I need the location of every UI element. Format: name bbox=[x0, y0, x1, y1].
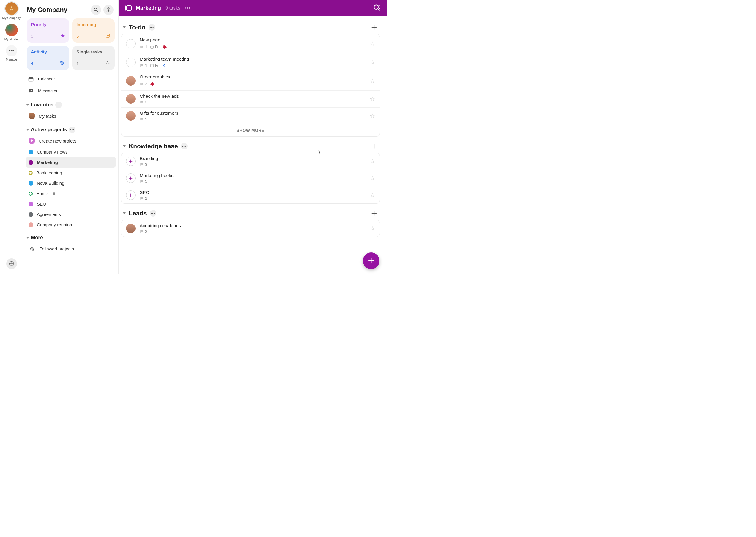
group-menu-button[interactable]: ••• bbox=[149, 24, 155, 31]
card-incoming-count: 5 bbox=[76, 34, 79, 39]
star-toggle[interactable]: ☆ bbox=[370, 225, 375, 232]
dots-triangle-icon bbox=[105, 60, 111, 66]
star-toggle[interactable]: ☆ bbox=[370, 40, 375, 47]
section-active-head[interactable]: Active projects ••• bbox=[25, 126, 116, 134]
settings-button[interactable] bbox=[104, 5, 113, 15]
sidebar-followed-projects[interactable]: Followed projects bbox=[25, 242, 116, 255]
group-menu-button[interactable]: ••• bbox=[150, 210, 156, 217]
content-scroll[interactable]: To-do•••New page1Fri✱☆Marketing team mee… bbox=[118, 16, 387, 274]
task-row[interactable]: New page1Fri✱☆ bbox=[121, 34, 380, 54]
task-add-subtask-button[interactable] bbox=[126, 156, 136, 166]
card-single[interactable]: Single tasks 1 bbox=[72, 46, 115, 70]
search-button[interactable] bbox=[91, 5, 101, 15]
show-more-button[interactable]: SHOW MORE bbox=[121, 124, 380, 136]
add-task-button[interactable] bbox=[370, 23, 378, 31]
comment-icon bbox=[140, 63, 144, 68]
sidebar-project-item[interactable]: SEO bbox=[25, 199, 116, 209]
favorites-menu-button[interactable]: ••• bbox=[55, 102, 62, 108]
star-toggle[interactable]: ☆ bbox=[370, 95, 375, 103]
sidebar-project-item[interactable]: Agreements bbox=[25, 209, 116, 220]
task-row[interactable]: SEO2☆ bbox=[121, 187, 380, 203]
task-add-subtask-button[interactable] bbox=[126, 190, 136, 200]
star-toggle[interactable]: ☆ bbox=[370, 191, 375, 199]
group-title: Knowledge base bbox=[129, 143, 178, 150]
svg-point-64 bbox=[141, 231, 142, 231]
section-more-head[interactable]: More bbox=[25, 234, 116, 241]
card-priority[interactable]: Priority 0 ★ bbox=[27, 19, 69, 43]
task-row[interactable]: Check the new ads2☆ bbox=[121, 91, 380, 107]
sidebar-project-item[interactable]: Company reunion bbox=[25, 220, 116, 230]
project-color-dot-icon bbox=[28, 191, 33, 196]
topbar-project-name[interactable]: Marketing bbox=[136, 5, 161, 11]
rail-manage[interactable]: ••• Manage bbox=[0, 45, 23, 61]
sidebar-title: My Company bbox=[27, 6, 89, 14]
sidebar-project-item[interactable]: Bookkeeping bbox=[25, 168, 116, 178]
sidebar-messages[interactable]: Messages bbox=[25, 85, 116, 97]
sidebar-calendar[interactable]: Calendar bbox=[25, 73, 116, 85]
filter-cards: Priority 0 ★ Incoming 5 Activity 4 bbox=[27, 19, 115, 70]
active-menu-button[interactable]: ••• bbox=[69, 127, 75, 133]
task-row[interactable]: Gifts for customers9☆ bbox=[121, 107, 380, 124]
task-title: Check the new ads bbox=[140, 94, 366, 99]
group-header[interactable]: Leads••• bbox=[121, 205, 380, 220]
star-toggle[interactable]: ☆ bbox=[370, 59, 375, 66]
task-meta: 9 bbox=[140, 117, 366, 121]
card-incoming[interactable]: Incoming 5 bbox=[72, 19, 115, 43]
rail-nozbe[interactable]: My Nozbe bbox=[0, 24, 23, 41]
add-task-fab[interactable] bbox=[363, 252, 379, 269]
task-checkbox[interactable] bbox=[126, 58, 136, 67]
rail-company[interactable]: My Company bbox=[0, 2, 23, 20]
task-meta: 2 bbox=[140, 100, 366, 104]
group-title: To-do bbox=[129, 24, 146, 31]
task-row[interactable]: Marketing books5☆ bbox=[121, 170, 380, 187]
project-color-dot-icon bbox=[28, 150, 33, 154]
project-color-dot-icon bbox=[28, 171, 33, 175]
section-favorites-head[interactable]: Favorites ••• bbox=[25, 101, 116, 109]
task-row[interactable]: Marketing team meeting1Fri☆ bbox=[121, 54, 380, 71]
star-toggle[interactable]: ☆ bbox=[370, 175, 375, 182]
caret-down-icon bbox=[123, 145, 126, 147]
svg-point-42 bbox=[141, 118, 142, 119]
group-header[interactable]: Knowledge base••• bbox=[121, 138, 380, 153]
card-activity-label: Activity bbox=[31, 49, 65, 54]
star-toggle[interactable]: ☆ bbox=[370, 158, 375, 165]
card-single-count: 1 bbox=[76, 61, 79, 66]
rail-globe-button[interactable] bbox=[6, 258, 17, 269]
star-toggle[interactable]: ☆ bbox=[370, 77, 375, 84]
sidebar-project-item[interactable]: Company news bbox=[25, 147, 116, 157]
svg-point-44 bbox=[142, 118, 142, 119]
sidebar-project-item[interactable]: Home bbox=[25, 188, 116, 199]
assignee-avatar-icon[interactable] bbox=[126, 76, 136, 86]
svg-point-36 bbox=[141, 83, 142, 84]
task-add-subtask-button[interactable] bbox=[126, 174, 136, 183]
assignee-avatar-icon[interactable] bbox=[126, 111, 136, 121]
toggle-sidebar-button[interactable] bbox=[124, 5, 132, 11]
sidebar-item-my-tasks[interactable]: My tasks bbox=[25, 110, 116, 122]
add-task-button[interactable] bbox=[370, 209, 378, 218]
comments-badge: 3 bbox=[140, 229, 147, 234]
sidebar-scroll[interactable]: My Company Priority 0 ★ Incoming 5 bbox=[23, 0, 118, 274]
topbar-menu-button[interactable]: ••• bbox=[185, 6, 191, 10]
group-header[interactable]: To-do••• bbox=[121, 19, 380, 34]
assignee-avatar-icon[interactable] bbox=[126, 224, 136, 233]
task-title: Acquiring new leads bbox=[140, 223, 366, 228]
sidebar-project-item[interactable]: Marketing bbox=[25, 157, 116, 168]
sidebar-project-item[interactable]: Nova Building bbox=[25, 178, 116, 188]
sidebar-create-project[interactable]: + Create new project bbox=[25, 135, 116, 147]
search-filter-button[interactable] bbox=[373, 4, 381, 13]
star-toggle[interactable]: ☆ bbox=[370, 112, 375, 119]
priority-splat-icon: ✱ bbox=[150, 81, 155, 87]
group-menu-button[interactable]: ••• bbox=[181, 143, 188, 149]
task-row[interactable]: Branding3☆ bbox=[121, 153, 380, 170]
sidebar-header: My Company bbox=[25, 1, 116, 17]
task-row[interactable]: Order graphics3✱☆ bbox=[121, 71, 380, 91]
task-checkbox[interactable] bbox=[126, 39, 136, 48]
add-task-button[interactable] bbox=[370, 142, 378, 150]
card-activity[interactable]: Activity 4 bbox=[27, 46, 69, 70]
task-title: New page bbox=[140, 37, 366, 42]
assignee-avatar-icon[interactable] bbox=[126, 94, 136, 103]
task-row[interactable]: Acquiring new leads3☆ bbox=[121, 220, 380, 237]
svg-point-38 bbox=[142, 83, 142, 84]
comments-badge: 1 bbox=[140, 63, 147, 68]
task-body: Branding3 bbox=[140, 156, 366, 167]
